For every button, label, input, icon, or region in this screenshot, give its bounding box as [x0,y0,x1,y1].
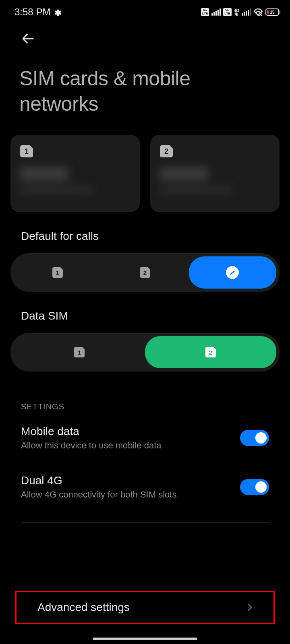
advanced-settings-row[interactable]: Advanced settings [15,591,275,624]
data-sim-selector: 1 2 [10,333,280,372]
signal-icon-1 [211,8,221,16]
default-calls-no-prompt[interactable] [189,256,276,289]
data-sim-2[interactable]: 2 [145,336,276,368]
volte-badge-1: VoLTE [201,8,209,16]
dual-4g-toggle[interactable] [240,479,269,495]
sim-badge-1: 1 [20,145,33,157]
default-calls-selector: 1 2 [10,253,280,292]
sim-card-1[interactable]: 1 [10,135,140,212]
mobile-data-toggle[interactable] [240,430,269,446]
status-time: 3:58 PM [14,6,50,18]
mobile-data-subtitle: Allow this device to use mobile data [21,440,240,451]
battery-icon: 15 [265,8,280,16]
sim-badge-2: 2 [160,145,173,157]
sim-card-2[interactable]: 2 [150,135,280,212]
back-arrow-icon [20,31,36,47]
divider [21,522,269,523]
svg-point-0 [257,14,259,15]
dual-4g-title: Dual 4G [21,474,240,487]
volte-badge-2: VoLTE [223,8,232,16]
status-bar: 3:58 PM VoLTE VoLTE 4G [0,0,290,23]
settings-header: SETTINGS [0,372,290,411]
default-calls-sim-2[interactable]: 2 [101,256,188,289]
settings-icon [54,8,62,17]
mobile-data-title: Mobile data [21,425,240,438]
signal-icon-2 [242,8,251,16]
data-sim-1[interactable]: 1 [14,336,145,368]
data-sim-label: Data SIM [0,292,290,322]
advanced-settings-title: Advanced settings [37,601,130,614]
page-title: SIM cards & mobile networks [0,55,290,116]
wifi-icon [253,8,263,16]
back-button[interactable] [0,23,290,55]
chevron-right-icon [247,603,253,612]
no-prompt-icon [226,266,239,279]
network-type: 4G [234,9,239,12]
default-calls-sim-1[interactable]: 1 [14,256,101,289]
home-indicator[interactable] [93,638,197,640]
default-calls-label: Default for calls [0,212,290,243]
dual-4g-subtitle: Allow 4G connectivity for both SIM slots [21,489,240,500]
dual-4g-row[interactable]: Dual 4G Allow 4G connectivity for both S… [0,460,290,510]
mobile-data-row[interactable]: Mobile data Allow this device to use mob… [0,411,290,460]
